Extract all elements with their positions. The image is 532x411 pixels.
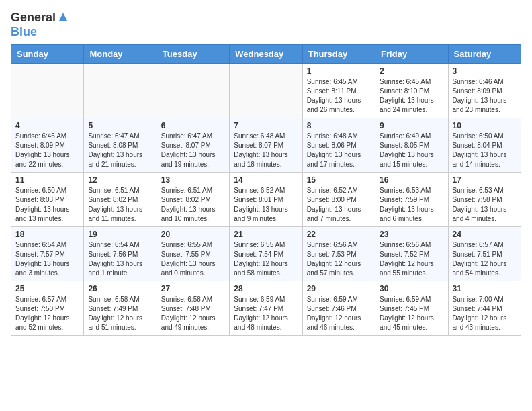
calendar-cell [157, 64, 229, 118]
day-info: Sunrise: 6:52 AM Sunset: 8:01 PM Dayligh… [234, 186, 298, 224]
calendar-cell: 27Sunrise: 6:58 AM Sunset: 7:48 PM Dayli… [157, 281, 229, 336]
day-number: 9 [380, 121, 443, 130]
calendar-cell: 18Sunrise: 6:54 AM Sunset: 7:57 PM Dayli… [11, 227, 84, 281]
day-number: 23 [380, 230, 443, 239]
calendar-cell: 15Sunrise: 6:52 AM Sunset: 8:00 PM Dayli… [302, 173, 375, 227]
day-info: Sunrise: 6:57 AM Sunset: 7:51 PM Dayligh… [453, 240, 517, 278]
day-info: Sunrise: 6:51 AM Sunset: 8:02 PM Dayligh… [88, 186, 152, 224]
day-number: 15 [307, 175, 371, 185]
header: General Blue [11, 11, 521, 39]
day-info: Sunrise: 6:47 AM Sunset: 8:07 PM Dayligh… [161, 132, 225, 169]
calendar-cell: 1Sunrise: 6:45 AM Sunset: 8:11 PM Daylig… [302, 64, 375, 118]
calendar-table: SundayMondayTuesdayWednesdayThursdayFrid… [11, 44, 521, 336]
day-info: Sunrise: 6:53 AM Sunset: 7:59 PM Dayligh… [380, 186, 443, 224]
day-info: Sunrise: 6:48 AM Sunset: 8:06 PM Dayligh… [307, 132, 371, 169]
calendar-cell: 24Sunrise: 6:57 AM Sunset: 7:51 PM Dayli… [448, 227, 521, 281]
day-number: 12 [88, 175, 152, 185]
calendar-cell: 13Sunrise: 6:51 AM Sunset: 8:02 PM Dayli… [157, 173, 229, 227]
calendar-cell: 6Sunrise: 6:47 AM Sunset: 8:07 PM Daylig… [157, 118, 229, 173]
calendar-cell: 11Sunrise: 6:50 AM Sunset: 8:03 PM Dayli… [11, 173, 84, 227]
calendar-header-row: SundayMondayTuesdayWednesdayThursdayFrid… [11, 45, 521, 64]
calendar-cell: 5Sunrise: 6:47 AM Sunset: 8:08 PM Daylig… [84, 118, 157, 173]
calendar-cell: 4Sunrise: 6:46 AM Sunset: 8:09 PM Daylig… [11, 118, 84, 173]
day-number: 31 [453, 284, 517, 293]
calendar-cell: 3Sunrise: 6:46 AM Sunset: 8:09 PM Daylig… [448, 64, 521, 118]
logo: General Blue [11, 11, 69, 39]
day-info: Sunrise: 7:00 AM Sunset: 7:44 PM Dayligh… [453, 295, 517, 332]
calendar-cell: 10Sunrise: 6:50 AM Sunset: 8:04 PM Dayli… [448, 118, 521, 173]
day-info: Sunrise: 6:57 AM Sunset: 7:50 PM Dayligh… [15, 295, 79, 332]
day-info: Sunrise: 6:55 AM Sunset: 7:55 PM Dayligh… [161, 240, 225, 278]
day-number: 24 [453, 230, 517, 239]
calendar-week-3: 11Sunrise: 6:50 AM Sunset: 8:03 PM Dayli… [11, 173, 521, 227]
calendar-cell: 26Sunrise: 6:58 AM Sunset: 7:49 PM Dayli… [84, 281, 157, 336]
calendar-cell: 12Sunrise: 6:51 AM Sunset: 8:02 PM Dayli… [84, 173, 157, 227]
calendar-week-4: 18Sunrise: 6:54 AM Sunset: 7:57 PM Dayli… [11, 227, 521, 281]
day-info: Sunrise: 6:49 AM Sunset: 8:05 PM Dayligh… [380, 132, 443, 169]
calendar-cell [84, 64, 157, 118]
calendar-cell: 23Sunrise: 6:56 AM Sunset: 7:52 PM Dayli… [375, 227, 448, 281]
calendar-cell: 30Sunrise: 6:59 AM Sunset: 7:45 PM Dayli… [375, 281, 448, 336]
day-info: Sunrise: 6:45 AM Sunset: 8:11 PM Dayligh… [307, 77, 371, 115]
day-info: Sunrise: 6:46 AM Sunset: 8:09 PM Dayligh… [453, 77, 517, 115]
day-info: Sunrise: 6:55 AM Sunset: 7:54 PM Dayligh… [234, 240, 298, 278]
day-number: 22 [307, 230, 371, 239]
calendar-week-2: 4Sunrise: 6:46 AM Sunset: 8:09 PM Daylig… [11, 118, 521, 173]
day-info: Sunrise: 6:45 AM Sunset: 8:10 PM Dayligh… [380, 77, 443, 115]
calendar-cell [230, 64, 302, 118]
day-number: 20 [161, 230, 225, 239]
calendar-cell [11, 64, 84, 118]
day-number: 13 [161, 175, 225, 185]
day-info: Sunrise: 6:54 AM Sunset: 7:56 PM Dayligh… [88, 240, 152, 278]
day-info: Sunrise: 6:59 AM Sunset: 7:45 PM Dayligh… [380, 295, 443, 332]
calendar-cell: 31Sunrise: 7:00 AM Sunset: 7:44 PM Dayli… [448, 281, 521, 336]
day-number: 5 [88, 121, 152, 130]
calendar-cell: 7Sunrise: 6:48 AM Sunset: 8:07 PM Daylig… [230, 118, 302, 173]
calendar-cell: 25Sunrise: 6:57 AM Sunset: 7:50 PM Dayli… [11, 281, 84, 336]
calendar-cell: 28Sunrise: 6:59 AM Sunset: 7:47 PM Dayli… [230, 281, 302, 336]
day-number: 11 [15, 175, 79, 185]
day-number: 16 [380, 175, 443, 185]
weekday-header-thursday: Thursday [302, 45, 375, 64]
calendar-cell: 21Sunrise: 6:55 AM Sunset: 7:54 PM Dayli… [230, 227, 302, 281]
weekday-header-saturday: Saturday [448, 45, 521, 64]
day-info: Sunrise: 6:58 AM Sunset: 7:48 PM Dayligh… [161, 295, 225, 332]
svg-marker-0 [59, 13, 67, 21]
logo-general-text: General [11, 11, 56, 25]
calendar-cell: 8Sunrise: 6:48 AM Sunset: 8:06 PM Daylig… [302, 118, 375, 173]
calendar-week-5: 25Sunrise: 6:57 AM Sunset: 7:50 PM Dayli… [11, 281, 521, 336]
day-number: 1 [307, 66, 371, 76]
day-info: Sunrise: 6:54 AM Sunset: 7:57 PM Dayligh… [15, 240, 79, 278]
day-info: Sunrise: 6:50 AM Sunset: 8:04 PM Dayligh… [453, 132, 517, 169]
day-number: 30 [380, 284, 443, 293]
day-number: 14 [234, 175, 298, 185]
calendar-cell: 14Sunrise: 6:52 AM Sunset: 8:01 PM Dayli… [230, 173, 302, 227]
day-info: Sunrise: 6:56 AM Sunset: 7:53 PM Dayligh… [307, 240, 371, 278]
day-info: Sunrise: 6:51 AM Sunset: 8:02 PM Dayligh… [161, 186, 225, 224]
calendar-cell: 20Sunrise: 6:55 AM Sunset: 7:55 PM Dayli… [157, 227, 229, 281]
logo-blue-text: Blue [11, 25, 37, 38]
day-number: 2 [380, 66, 443, 76]
day-info: Sunrise: 6:52 AM Sunset: 8:00 PM Dayligh… [307, 186, 371, 224]
weekday-header-wednesday: Wednesday [230, 45, 302, 64]
day-info: Sunrise: 6:46 AM Sunset: 8:09 PM Dayligh… [15, 132, 79, 169]
calendar-cell: 2Sunrise: 6:45 AM Sunset: 8:10 PM Daylig… [375, 64, 448, 118]
day-number: 28 [234, 284, 298, 293]
day-number: 26 [88, 284, 152, 293]
day-info: Sunrise: 6:56 AM Sunset: 7:52 PM Dayligh… [380, 240, 443, 278]
day-number: 18 [15, 230, 79, 239]
weekday-header-friday: Friday [375, 45, 448, 64]
day-info: Sunrise: 6:48 AM Sunset: 8:07 PM Dayligh… [234, 132, 298, 169]
day-info: Sunrise: 6:59 AM Sunset: 7:47 PM Dayligh… [234, 295, 298, 332]
calendar-cell: 22Sunrise: 6:56 AM Sunset: 7:53 PM Dayli… [302, 227, 375, 281]
calendar-cell: 19Sunrise: 6:54 AM Sunset: 7:56 PM Dayli… [84, 227, 157, 281]
day-number: 10 [453, 121, 517, 130]
day-number: 3 [453, 66, 517, 76]
calendar-week-1: 1Sunrise: 6:45 AM Sunset: 8:11 PM Daylig… [11, 64, 521, 118]
weekday-header-sunday: Sunday [11, 45, 84, 64]
day-number: 6 [161, 121, 225, 130]
calendar-cell: 9Sunrise: 6:49 AM Sunset: 8:05 PM Daylig… [375, 118, 448, 173]
logo-icon [58, 11, 69, 25]
calendar-cell: 17Sunrise: 6:53 AM Sunset: 7:58 PM Dayli… [448, 173, 521, 227]
day-number: 21 [234, 230, 298, 239]
